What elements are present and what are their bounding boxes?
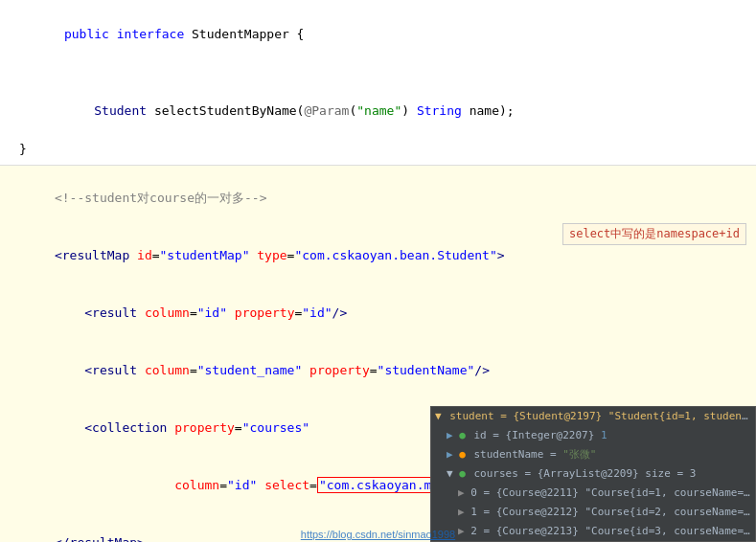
debug-item: 1 = {Course@2212} "Course{id=2, courseNa… xyxy=(470,506,755,518)
annotation-bubble: select中写的是namespace+id xyxy=(562,223,746,245)
debug-row: ▼ student = {Student@2197} "Student{id=1… xyxy=(431,407,755,426)
val: "studentMap" xyxy=(160,248,250,262)
code-line: Student selectStudentByName(@Param("name… xyxy=(19,82,756,140)
class-name: Student xyxy=(94,103,154,118)
debug-item: 0 = {Course@2211} "Course{id=1, courseNa… xyxy=(470,486,755,499)
string: "name" xyxy=(356,103,401,118)
interface-section: public interface StudentMapper { Student… xyxy=(0,0,756,166)
debug-key: id = {Integer@2207} xyxy=(474,429,601,441)
attr: id xyxy=(137,248,152,262)
code-text xyxy=(64,103,94,118)
debug-value: student = {Student@2197} "Student{id=1, … xyxy=(449,410,755,422)
code-line xyxy=(19,63,756,82)
debug-row: ▶ ● id = {Integer@2207} 1 xyxy=(431,426,755,445)
comment: <!--student对course的一对多--> xyxy=(55,191,267,205)
annotation: @Param xyxy=(304,103,349,118)
code-text: name); xyxy=(470,103,515,118)
debug-panel: ▼ student = {Student@2197} "Student{id=1… xyxy=(430,406,756,542)
keyword: String xyxy=(417,103,470,118)
keyword: interface xyxy=(117,27,192,41)
keyword: public xyxy=(64,27,117,41)
code-line: public interface StudentMapper { xyxy=(19,6,756,63)
debug-row: ▶ 2 = {Course@2213} "Course{id=3, course… xyxy=(431,522,755,541)
debug-row: ▶ ● studentName = "张微" xyxy=(431,445,755,464)
code-line: } xyxy=(19,140,756,159)
method-name: selectStudentByName( xyxy=(154,103,305,118)
debug-item: 2 = {Course@2213} "Course{id=3, courseNa… xyxy=(470,525,755,537)
debug-row: ▼ ● courses = {ArrayList@2209} size = 3 xyxy=(431,464,755,484)
code-text: } xyxy=(19,142,27,156)
code-line: <result column="student_name" property="… xyxy=(10,342,756,399)
debug-key: studentName = xyxy=(474,448,563,461)
code-container: public interface StudentMapper { Student… xyxy=(0,0,756,542)
debug-row: ▶ 0 = {Course@2211} "Course{id=1, course… xyxy=(431,484,755,503)
attr: type xyxy=(249,248,286,262)
code-line: <!--student对course的一对多--> xyxy=(10,169,756,227)
watermark: https://blog.csdn.net/sinmao1998 xyxy=(301,529,455,540)
class-name: StudentMapper { xyxy=(192,27,304,41)
val: "com.cskaoyan.bean.Student" xyxy=(294,248,496,262)
code-line: <result column="id" property="id"/> xyxy=(10,284,756,342)
debug-row: ▶ 1 = {Course@2212} "Course{id=2, course… xyxy=(431,503,755,522)
tag: <resultMap xyxy=(55,248,137,262)
debug-key: courses = {ArrayList@2209} size = 3 xyxy=(474,467,697,480)
code-text: ) xyxy=(401,103,417,118)
indent xyxy=(55,305,84,320)
